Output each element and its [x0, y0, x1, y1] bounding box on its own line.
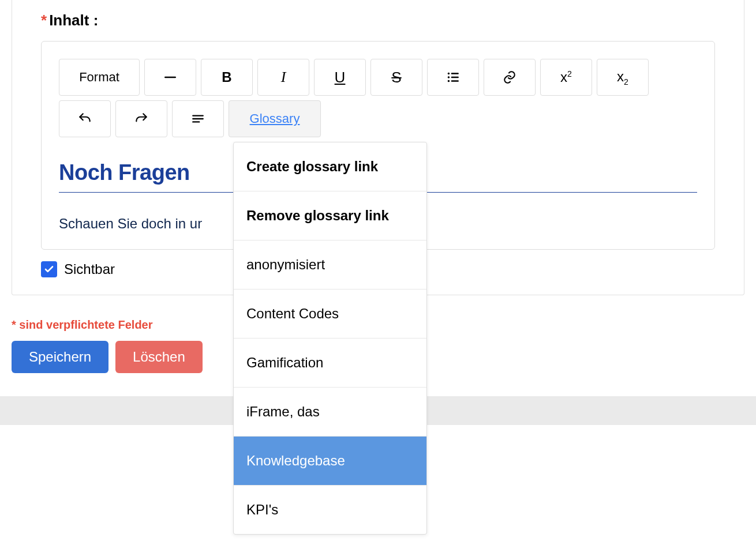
svg-point-2 — [448, 76, 450, 78]
required-star: * — [41, 12, 47, 29]
glossary-dropdown-item[interactable]: iFrame, das — [234, 388, 426, 425]
redo-icon — [134, 111, 149, 126]
glossary-button[interactable]: Glossary — [229, 100, 321, 137]
visibility-label: Sichtbar — [64, 261, 115, 277]
glossary-dropdown-item[interactable]: Content Codes — [234, 289, 426, 339]
underline-icon: U — [335, 69, 346, 87]
delete-button[interactable]: Löschen — [115, 341, 203, 373]
glossary-dropdown-item[interactable]: Create glossary link — [234, 142, 426, 191]
underline-button[interactable]: U — [314, 59, 366, 96]
list-icon — [446, 70, 461, 85]
field-label: *Inhalt : — [41, 12, 715, 29]
align-button[interactable] — [172, 100, 224, 137]
glossary-dropdown-item[interactable]: Gamification — [234, 339, 426, 388]
glossary-dropdown: Create glossary linkRemove glossary link… — [233, 142, 427, 425]
link-icon — [502, 70, 517, 85]
check-icon — [44, 264, 54, 274]
undo-icon — [77, 111, 92, 126]
svg-point-1 — [448, 73, 450, 74]
italic-icon: I — [281, 69, 286, 86]
undo-button[interactable] — [59, 100, 111, 137]
bold-button[interactable]: B — [201, 59, 253, 96]
subscript-icon: x2 — [617, 69, 628, 87]
format-label: Format — [79, 70, 119, 85]
redo-button[interactable] — [115, 100, 167, 137]
strikethrough-button[interactable]: S — [370, 59, 422, 96]
para-before: Schauen Sie doch in ur — [59, 216, 202, 231]
format-dropdown[interactable]: Format — [59, 59, 140, 96]
glossary-dropdown-item[interactable]: Remove glossary link — [234, 191, 426, 240]
field-label-text: Inhalt : — [49, 12, 98, 29]
italic-button[interactable]: I — [257, 59, 309, 96]
strike-icon: S — [391, 69, 401, 87]
glossary-label: Glossary — [250, 111, 300, 126]
bold-icon: B — [222, 69, 231, 85]
subscript-button[interactable]: x2 — [597, 59, 649, 96]
superscript-icon: x2 — [560, 69, 572, 85]
superscript-button[interactable]: x2 — [540, 59, 592, 96]
glossary-dropdown-item[interactable]: anonymisiert — [234, 240, 426, 289]
save-button[interactable]: Speichern — [12, 341, 108, 373]
link-button[interactable] — [484, 59, 536, 96]
align-icon — [190, 111, 205, 126]
svg-point-3 — [448, 80, 450, 82]
toolbar-row-1: Format B I U S — [59, 59, 697, 96]
visibility-checkbox[interactable] — [41, 261, 57, 277]
list-button[interactable] — [427, 59, 479, 96]
minus-icon — [163, 70, 178, 85]
hr-button[interactable] — [144, 59, 196, 96]
toolbar-row-2: Glossary — [59, 100, 697, 137]
